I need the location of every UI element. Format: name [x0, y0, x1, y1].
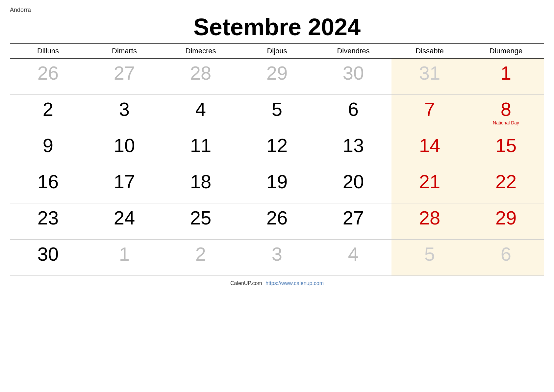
week-row-2: 9101112131415 — [10, 131, 544, 167]
day-number: 10 — [89, 135, 160, 156]
day-number: 29 — [470, 207, 541, 228]
day-number: 5 — [241, 99, 313, 120]
day-number: 27 — [89, 63, 160, 84]
day-number: 29 — [241, 63, 313, 84]
calendar-cell: 31 — [391, 58, 468, 94]
calendar-cell: 15 — [468, 131, 544, 167]
calendar-cell: 24 — [86, 203, 163, 239]
calendar-cell: 1 — [468, 58, 544, 94]
day-number: 30 — [13, 244, 84, 265]
day-number: 22 — [470, 171, 541, 192]
calendar-cell: 19 — [239, 167, 315, 203]
calendar-cell: 28 — [391, 203, 468, 239]
day-number: 28 — [394, 207, 465, 228]
calendar-cell: 14 — [391, 131, 468, 167]
footer: CalenUP.com https://www.calenup.com — [10, 280, 544, 286]
column-header-dimarts: Dimarts — [86, 44, 163, 58]
calendar-cell: 25 — [163, 203, 239, 239]
day-number: 23 — [13, 207, 84, 228]
calendar-cell: 9 — [10, 131, 86, 167]
calendar-cell: 3 — [86, 94, 163, 131]
day-number: 1 — [470, 63, 541, 84]
calendar-cell: 22 — [468, 167, 544, 203]
day-number: 5 — [394, 244, 465, 265]
footer-url[interactable]: https://www.calenup.com — [265, 280, 324, 286]
day-number: 31 — [394, 63, 465, 84]
calendar-title: Setembre 2024 — [10, 14, 544, 40]
week-row-4: 23242526272829 — [10, 203, 544, 239]
day-number: 2 — [13, 99, 84, 120]
calendar-cell: 30 — [315, 58, 391, 94]
calendar-cell: 11 — [163, 131, 239, 167]
day-number: 18 — [165, 171, 236, 192]
calendar-cell: 17 — [86, 167, 163, 203]
day-number: 21 — [394, 171, 465, 192]
day-number: 6 — [470, 244, 541, 265]
day-number: 1 — [89, 244, 160, 265]
day-number: 8 — [470, 99, 541, 120]
day-number: 6 — [318, 99, 389, 120]
week-row-0: 2627282930311 — [10, 58, 544, 94]
calendar-cell: 10 — [86, 131, 163, 167]
day-number: 11 — [165, 135, 236, 156]
column-header-diumenge: Diumenge — [468, 44, 544, 58]
calendar-cell: 23 — [10, 203, 86, 239]
calendar-cell: 20 — [315, 167, 391, 203]
week-row-3: 16171819202122 — [10, 167, 544, 203]
day-number: 13 — [318, 135, 389, 156]
calendar-cell: 4 — [163, 94, 239, 131]
day-number: 24 — [89, 207, 160, 228]
holiday-label: National Day — [470, 120, 541, 126]
day-number: 26 — [13, 63, 84, 84]
calendar-cell: 27 — [86, 58, 163, 94]
day-number: 14 — [394, 135, 465, 156]
calendar-cell: 2 — [163, 239, 239, 275]
column-header-dissabte: Dissabte — [391, 44, 468, 58]
column-header-dijous: Dijous — [239, 44, 315, 58]
day-number: 4 — [165, 99, 236, 120]
day-number: 16 — [13, 171, 84, 192]
calendar-cell: 26 — [239, 203, 315, 239]
country-label: Andorra — [10, 7, 544, 13]
calendar-cell: 6 — [468, 239, 544, 275]
day-number: 19 — [241, 171, 313, 192]
week-row-1: 2345678National Day — [10, 94, 544, 131]
week-row-5: 30123456 — [10, 239, 544, 275]
column-header-dimecres: Dimecres — [163, 44, 239, 58]
day-number: 2 — [165, 244, 236, 265]
calendar-cell: 5 — [239, 94, 315, 131]
calendar-cell: 13 — [315, 131, 391, 167]
calendar-cell: 1 — [86, 239, 163, 275]
day-number: 25 — [165, 207, 236, 228]
day-number: 28 — [165, 63, 236, 84]
day-number: 30 — [318, 63, 389, 84]
calendar-cell: 18 — [163, 167, 239, 203]
day-number: 7 — [394, 99, 465, 120]
day-number: 3 — [89, 99, 160, 120]
calendar-cell: 2 — [10, 94, 86, 131]
day-number: 26 — [241, 207, 313, 228]
day-number: 27 — [318, 207, 389, 228]
day-number: 15 — [470, 135, 541, 156]
calendar-cell: 16 — [10, 167, 86, 203]
calendar-cell: 5 — [391, 239, 468, 275]
day-number: 4 — [318, 244, 389, 265]
calendar-cell: 12 — [239, 131, 315, 167]
day-number: 12 — [241, 135, 313, 156]
calendar-cell: 21 — [391, 167, 468, 203]
day-number: 20 — [318, 171, 389, 192]
calendar-cell: 6 — [315, 94, 391, 131]
calendar-cell: 28 — [163, 58, 239, 94]
calendar-cell: 4 — [315, 239, 391, 275]
calendar-cell: 29 — [468, 203, 544, 239]
day-number: 17 — [89, 171, 160, 192]
calendar-cell: 8National Day — [468, 94, 544, 131]
calendar-cell: 27 — [315, 203, 391, 239]
calendar-cell: 26 — [10, 58, 86, 94]
calendar-cell: 7 — [391, 94, 468, 131]
column-header-divendres: Divendres — [315, 44, 391, 58]
calendar-cell: 30 — [10, 239, 86, 275]
day-number: 9 — [13, 135, 84, 156]
calendar-cell: 29 — [239, 58, 315, 94]
calendar-cell: 3 — [239, 239, 315, 275]
